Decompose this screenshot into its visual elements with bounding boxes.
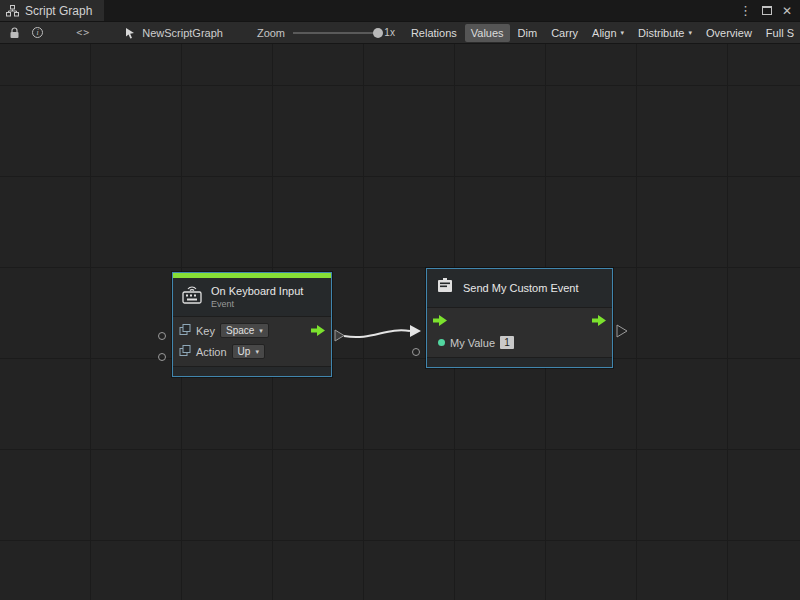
zoom-slider[interactable] <box>293 26 380 40</box>
node-footer <box>173 366 331 376</box>
distribute-button[interactable]: Distribute ▾ <box>632 24 698 42</box>
flow-output-port[interactable] <box>311 325 325 336</box>
lock-icon[interactable] <box>6 24 23 42</box>
input-port-my-value[interactable] <box>412 348 420 356</box>
port-label: Action <box>196 346 227 358</box>
chevron-down-icon: ▾ <box>621 29 625 37</box>
value-input-field[interactable]: 1 <box>500 336 514 349</box>
port-row-action: Action Up ▾ <box>173 341 331 362</box>
node-subtitle: Event <box>211 299 303 309</box>
input-port-action[interactable] <box>158 353 166 361</box>
code-icon[interactable]: <> <box>76 27 90 38</box>
graph-name: NewScriptGraph <box>142 27 223 39</box>
variable-icon <box>179 345 191 359</box>
kebab-menu-icon[interactable]: ⋮ <box>739 3 752 18</box>
toolbar-buttons: Relations Values Dim Carry Align ▾ Distr… <box>405 24 800 42</box>
graph-toolbar: i <> NewScriptGraph Zoom 1x Relations Va… <box>0 22 800 44</box>
maximize-icon[interactable] <box>762 6 772 15</box>
node-footer <box>427 357 612 367</box>
align-button[interactable]: Align ▾ <box>586 24 630 42</box>
value-input-port[interactable] <box>438 339 445 346</box>
node-body: Key Space ▾ A <box>173 316 331 366</box>
flow-sink-triangle-icon <box>617 325 627 337</box>
connection-wires <box>0 44 800 600</box>
script-graph-window: Script Graph ⋮ ✕ i <> NewScriptGraph Zoo… <box>0 0 800 600</box>
carry-button[interactable]: Carry <box>545 24 584 42</box>
zoom-slider-thumb[interactable] <box>373 28 383 38</box>
node-body: My Value 1 <box>427 307 612 357</box>
keyboard-icon <box>181 285 203 309</box>
custom-event-icon <box>435 276 455 300</box>
overview-button[interactable]: Overview <box>700 24 758 42</box>
node-title: Send My Custom Event <box>463 282 579 294</box>
info-icon[interactable]: i <box>29 24 46 42</box>
graph-canvas[interactable]: On Keyboard Input Event Key Space ▾ <box>0 44 800 600</box>
script-graph-icon <box>6 2 19 20</box>
port-row-key: Key Space ▾ <box>173 320 331 341</box>
input-port-key[interactable] <box>158 332 166 340</box>
zoom-value: 1x <box>384 27 395 38</box>
tab-bar: Script Graph ⋮ ✕ <box>0 0 800 22</box>
dim-button[interactable]: Dim <box>512 24 544 42</box>
port-label: Key <box>196 325 215 337</box>
variable-icon <box>179 324 191 338</box>
action-dropdown[interactable]: Up ▾ <box>232 344 265 359</box>
wire-keyboard-to-event <box>344 330 410 337</box>
close-icon[interactable]: ✕ <box>782 4 792 18</box>
node-header[interactable]: Send My Custom Event <box>427 269 612 307</box>
zoom-slider-track <box>293 32 380 34</box>
chevron-down-icon: ▾ <box>259 327 263 335</box>
flow-input-port[interactable] <box>433 315 447 328</box>
zoom-label: Zoom <box>257 27 285 39</box>
tab-script-graph[interactable]: Script Graph <box>0 0 104 21</box>
chevron-down-icon: ▾ <box>255 348 259 356</box>
flow-output-port[interactable] <box>592 315 606 328</box>
node-on-keyboard-input[interactable]: On Keyboard Input Event Key Space ▾ <box>172 272 332 377</box>
flow-source-triangle-icon <box>335 330 344 341</box>
window-controls: ⋮ ✕ <box>739 0 800 21</box>
port-label: My Value <box>450 337 495 349</box>
wire-arrowhead-icon <box>410 325 421 337</box>
key-dropdown[interactable]: Space ▾ <box>220 323 269 338</box>
chevron-down-icon: ▾ <box>689 29 693 37</box>
fullscreen-button[interactable]: Full S <box>760 24 800 42</box>
graph-pointer-icon <box>124 24 136 42</box>
node-header[interactable]: On Keyboard Input Event <box>173 278 331 316</box>
node-send-my-custom-event[interactable]: Send My Custom Event My Value 1 <box>426 268 613 368</box>
tab-title: Script Graph <box>25 4 92 18</box>
port-row-my-value: My Value 1 <box>427 332 612 353</box>
relations-button[interactable]: Relations <box>405 24 463 42</box>
port-row-flow <box>427 311 612 332</box>
values-button[interactable]: Values <box>465 24 510 42</box>
node-title: On Keyboard Input <box>211 285 303 297</box>
